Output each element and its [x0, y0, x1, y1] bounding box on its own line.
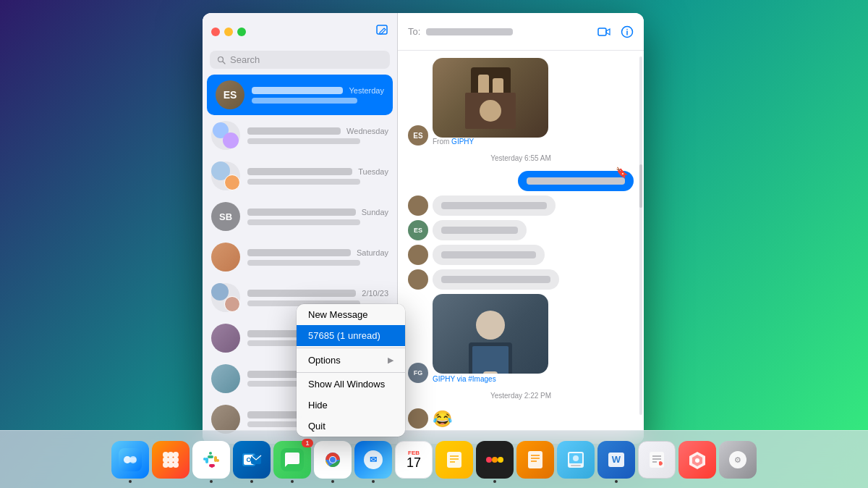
video-icon[interactable]	[597, 25, 610, 38]
calendar-day: 17	[407, 456, 421, 469]
maximize-button[interactable]	[237, 28, 246, 36]
svg-text:⚙: ⚙	[734, 455, 741, 464]
svg-point-18	[168, 462, 174, 468]
compose-button[interactable]	[375, 24, 388, 41]
message-row: 🔖	[408, 171, 634, 191]
dock-item-preview[interactable]	[557, 441, 595, 479]
dock-item-system[interactable]: ⚙	[719, 441, 757, 479]
dock-item-messages[interactable]: 1	[273, 441, 311, 479]
message-bubble	[433, 245, 545, 265]
svg-rect-28	[210, 465, 213, 468]
conversation-content: Yesterday	[252, 86, 384, 104]
scrollbar-thumb[interactable]	[639, 164, 642, 208]
svg-point-16	[173, 457, 179, 463]
svg-rect-47	[528, 451, 542, 468]
message-row	[408, 195, 634, 216]
dock-item-chrome[interactable]	[314, 441, 352, 479]
dock-dot	[250, 480, 253, 483]
dock-item-pixelmator[interactable]	[678, 441, 716, 479]
context-menu: New Message 57685 (1 unread) Options ▶ S…	[297, 304, 405, 437]
conversation-item[interactable]: Saturday	[203, 237, 397, 277]
menu-item-new-message[interactable]: New Message	[297, 304, 405, 325]
word-icon: W	[606, 450, 626, 470]
svg-point-53	[573, 455, 579, 461]
conversation-item[interactable]: Wednesday	[203, 115, 397, 156]
dock: O 1	[0, 430, 868, 488]
gif-image	[433, 58, 548, 138]
menu-item-hide[interactable]: Hide	[297, 395, 405, 416]
conversation-item[interactable]: ES Yesterday	[207, 75, 393, 115]
dock-item-outlook[interactable]: O	[233, 441, 271, 479]
svg-point-14	[163, 457, 169, 463]
dock-item-finder[interactable]	[111, 441, 149, 479]
search-placeholder: Search	[230, 54, 260, 65]
giphy-source: From GIPHY	[433, 138, 548, 146]
dock-dot	[331, 480, 334, 483]
dock-item-pages[interactable]	[516, 441, 554, 479]
search-icon	[217, 56, 226, 64]
pages-icon	[525, 450, 545, 470]
message-bubble	[433, 195, 556, 216]
close-button[interactable]	[211, 28, 220, 36]
system-icon: ⚙	[728, 450, 748, 470]
message-bubble	[433, 269, 559, 290]
svg-line-2	[223, 62, 225, 64]
svg-text:✉: ✉	[370, 455, 377, 465]
dock-item-slack[interactable]	[192, 441, 230, 479]
svg-rect-10	[124, 458, 136, 462]
menu-item-show-windows[interactable]: Show All Windows	[297, 374, 405, 395]
svg-rect-26	[216, 459, 219, 462]
notability-icon	[647, 450, 667, 470]
message-avatar	[408, 269, 428, 290]
traffic-lights	[211, 28, 246, 36]
dock-dot	[493, 480, 496, 483]
dock-item-launchpad[interactable]	[152, 441, 190, 479]
svg-point-44	[486, 457, 492, 463]
svg-rect-23	[208, 455, 213, 458]
svg-rect-39	[447, 452, 461, 468]
conversation-time: Sunday	[362, 208, 388, 216]
message-row	[408, 269, 634, 290]
launchpad-icon	[161, 450, 181, 470]
preview-icon	[566, 450, 586, 470]
conversation-item[interactable]: Tuesday	[203, 156, 397, 196]
conversation-item[interactable]: SB Sunday	[203, 196, 397, 237]
dock-dot	[129, 480, 132, 483]
message-row	[408, 245, 634, 265]
conversation-time: 2/10/23	[362, 289, 388, 298]
menu-item-options[interactable]: Options ▶	[297, 350, 405, 371]
message-row: 😂	[408, 408, 634, 429]
info-icon[interactable]	[621, 25, 634, 38]
conversation-content: Sunday	[247, 208, 388, 225]
gif-image	[433, 294, 548, 374]
dock-item-notability[interactable]	[638, 441, 676, 479]
dock-item-messages2[interactable]: ✉	[354, 441, 392, 479]
dock-item-monday[interactable]	[476, 441, 514, 479]
chat-messages[interactable]: ES	[398, 51, 644, 444]
emoji-message: 😂	[433, 410, 452, 429]
svg-rect-20	[200, 448, 223, 471]
menu-item-phone-number[interactable]: 57685 (1 unread)	[297, 325, 405, 346]
calendar-display: FEB 17	[407, 450, 421, 469]
dock-item-notes[interactable]	[435, 441, 473, 479]
svg-point-46	[498, 457, 503, 463]
message-row: ES	[408, 220, 634, 240]
message-avatar: ES	[408, 220, 428, 240]
avatar: ES	[216, 80, 244, 109]
pixelmator-icon	[687, 450, 707, 470]
dock-item-word[interactable]: W	[597, 441, 635, 479]
scrollbar[interactable]	[639, 56, 642, 415]
avatar	[211, 161, 240, 190]
svg-rect-22	[203, 458, 206, 460]
finder-icon	[119, 448, 142, 471]
minimize-button[interactable]	[224, 28, 233, 36]
svg-point-63	[695, 458, 699, 463]
search-bar[interactable]: Search	[210, 51, 390, 69]
menu-item-quit[interactable]: Quit	[297, 416, 405, 437]
monday-icon	[483, 448, 506, 471]
dock-item-calendar[interactable]: FEB 17	[395, 441, 433, 479]
avatar	[211, 405, 240, 434]
desktop: Search ES Yesterday	[0, 0, 868, 488]
conversation-time: Saturday	[357, 248, 388, 257]
message-bubble: 🔖	[518, 171, 634, 191]
